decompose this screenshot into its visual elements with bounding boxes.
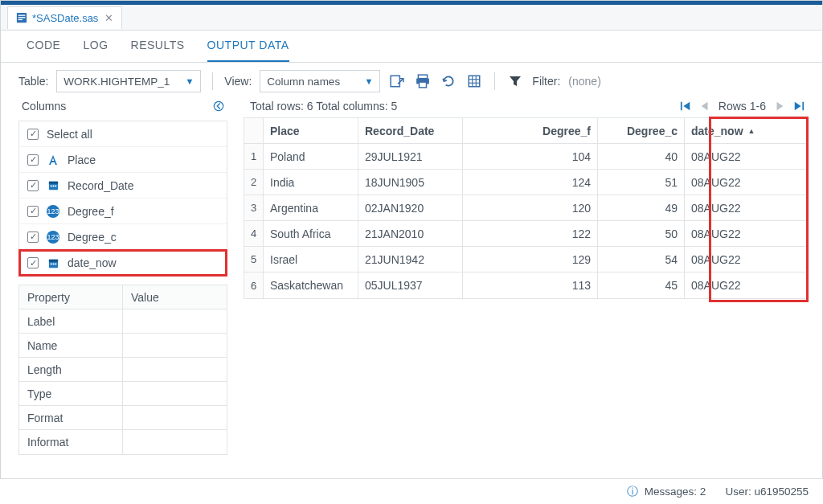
checkbox-icon[interactable]: ✓ <box>27 257 39 268</box>
user-indicator: User: u61950255 <box>725 486 809 498</box>
cell-datenow: 08AUG22 <box>685 272 780 298</box>
cell-degreec: 50 <box>598 221 685 246</box>
svg-point-13 <box>214 101 223 110</box>
svg-rect-24 <box>681 102 682 111</box>
status-bar: ⓘ Messages: 2 User: u61950255 <box>0 478 823 504</box>
page-prev-icon[interactable] <box>699 100 710 112</box>
messages-indicator[interactable]: ⓘ Messages: 2 <box>627 485 706 499</box>
property-header: Property <box>19 285 123 309</box>
tab-output-data[interactable]: OUTPUT DATA <box>207 39 289 62</box>
svg-rect-15 <box>48 182 57 184</box>
columns-header: Columns <box>22 100 66 113</box>
checkbox-icon[interactable]: ✓ <box>27 129 39 140</box>
rows-range: Rows 1-6 <box>719 100 766 113</box>
columns-list: ✓ Select all ✓ Place ✓ Record_Date ✓ 123 <box>18 121 227 277</box>
caret-down-icon: ▼ <box>364 76 373 86</box>
checkbox-icon[interactable]: ✓ <box>27 206 39 217</box>
property-row: Name <box>19 334 227 358</box>
file-tab-label: *SASDate.sas <box>32 12 98 24</box>
table-label: Table: <box>18 75 48 88</box>
column-item-place[interactable]: ✓ Place <box>19 147 227 173</box>
svg-rect-17 <box>52 186 54 187</box>
cell-recorddate: 29JUL1921 <box>358 144 463 169</box>
cell-recorddate: 05JUL1937 <box>358 272 463 298</box>
property-table: Property Value Label Name Length Type Fo… <box>18 285 227 455</box>
cell-datenow: 08AUG22 <box>685 170 780 195</box>
numeric-type-icon: 123 <box>47 231 59 244</box>
column-item-recorddate[interactable]: ✓ Record_Date <box>19 173 227 199</box>
table-select[interactable]: WORK.HIGHTEMP_1 ▼ <box>56 70 201 92</box>
cell-place: Poland <box>264 144 358 169</box>
export-icon[interactable] <box>388 72 406 90</box>
col-header-datenow[interactable]: date_now ▲ <box>685 118 780 143</box>
cell-datenow: 08AUG22 <box>685 247 780 272</box>
svg-rect-2 <box>18 17 26 18</box>
col-header-place[interactable]: Place <box>264 118 358 143</box>
print-icon[interactable] <box>414 72 432 90</box>
cell-place: Saskatchewan <box>264 272 358 298</box>
file-tab[interactable]: *SASDate.sas ✕ <box>7 6 122 29</box>
editor-subtabs: CODE LOG RESULTS OUTPUT DATA <box>1 31 822 63</box>
table-row[interactable]: 5Israel21JUN19421295408AUG22 <box>244 247 807 272</box>
property-row: Type <box>19 382 227 406</box>
table-row[interactable]: 6Saskatchewan05JUL19371134508AUG22 <box>244 272 807 298</box>
row-num: 6 <box>244 272 264 298</box>
grid-icon[interactable] <box>465 72 483 90</box>
svg-rect-20 <box>48 259 57 261</box>
cell-datenow: 08AUG22 <box>685 195 780 220</box>
grid-header-row: Place Record_Date Degree_f Degree_c date… <box>244 118 807 144</box>
page-last-icon[interactable] <box>793 100 805 112</box>
cell-datenow: 08AUG22 <box>685 144 780 169</box>
table-row[interactable]: 1Poland29JUL19211044008AUG22 <box>244 144 807 170</box>
cell-degreef: 129 <box>463 247 598 272</box>
cell-degreef: 113 <box>463 272 598 298</box>
table-row[interactable]: 2India18JUN19051245108AUG22 <box>244 170 807 195</box>
column-item-datenow[interactable]: ✓ date_now <box>19 250 227 276</box>
tab-code[interactable]: CODE <box>27 39 60 62</box>
filter-icon[interactable] <box>506 72 524 90</box>
table-select-value: WORK.HIGHTEMP_1 <box>63 76 170 88</box>
cell-recorddate: 21JUN1942 <box>358 247 463 272</box>
svg-rect-22 <box>52 263 54 264</box>
collapse-columns-icon[interactable] <box>213 100 224 112</box>
cell-recorddate: 18JUN1905 <box>358 170 463 195</box>
column-item-degreef[interactable]: ✓ 123 Degree_f <box>19 199 227 224</box>
refresh-icon[interactable] <box>440 72 457 90</box>
property-row: Label <box>19 309 227 334</box>
page-first-icon[interactable] <box>680 100 691 112</box>
numeric-type-icon: 123 <box>47 205 59 218</box>
checkbox-icon[interactable]: ✓ <box>27 180 39 191</box>
column-item-degreec[interactable]: ✓ 123 Degree_c <box>19 224 227 250</box>
svg-rect-25 <box>802 102 804 111</box>
column-item-selectall[interactable]: ✓ Select all <box>19 121 227 147</box>
calendar-type-icon <box>47 256 59 269</box>
cell-degreef: 122 <box>463 221 598 246</box>
view-label: View: <box>224 75 252 88</box>
cell-place: Israel <box>264 247 358 272</box>
page-next-icon[interactable] <box>774 100 785 112</box>
checkbox-icon[interactable]: ✓ <box>27 232 39 243</box>
table-row[interactable]: 4South Africa21JAN20101225008AUG22 <box>244 221 807 247</box>
file-tab-row: *SASDate.sas ✕ <box>1 5 822 31</box>
view-select-value: Column names <box>267 76 340 88</box>
tab-log[interactable]: LOG <box>83 39 108 62</box>
view-select[interactable]: Column names ▼ <box>260 70 380 92</box>
checkbox-icon[interactable]: ✓ <box>27 154 39 166</box>
row-num: 1 <box>244 144 264 169</box>
col-header-degreef[interactable]: Degree_f <box>463 118 598 143</box>
close-icon[interactable]: ✕ <box>104 12 113 24</box>
svg-rect-5 <box>419 75 428 79</box>
info-icon: ⓘ <box>627 486 638 498</box>
col-header-degreec[interactable]: Degree_c <box>598 118 685 143</box>
table-row[interactable]: 3Argentina02JAN19201204908AUG22 <box>244 195 807 221</box>
cell-place: South Africa <box>264 221 358 246</box>
row-num-header[interactable] <box>244 118 264 143</box>
row-num: 4 <box>244 221 264 246</box>
output-toolbar: Table: WORK.HIGHTEMP_1 ▼ View: Column na… <box>1 63 822 100</box>
filter-label: Filter: <box>532 75 560 88</box>
col-header-recorddate[interactable]: Record_Date <box>358 118 463 143</box>
data-grid: Place Record_Date Degree_f Degree_c date… <box>244 117 808 299</box>
tab-results[interactable]: RESULTS <box>131 39 185 62</box>
divider <box>494 72 495 90</box>
value-header: Value <box>123 285 227 309</box>
